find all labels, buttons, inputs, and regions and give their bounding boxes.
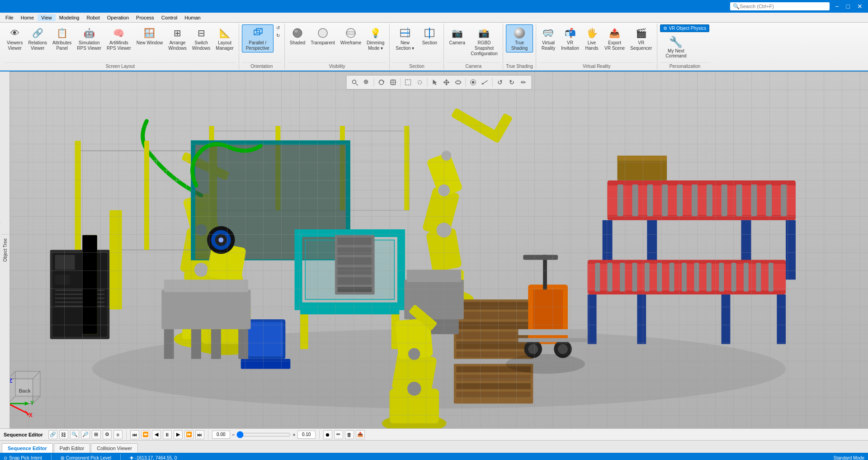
seq-speed-input[interactable] xyxy=(297,431,316,439)
seq-first-button[interactable]: ⏮ xyxy=(130,430,139,439)
seq-play-button[interactable]: ▶ xyxy=(174,430,183,439)
tab-path-editor[interactable]: Path Editor xyxy=(54,443,90,453)
seq-record-button[interactable]: ⏺ xyxy=(323,430,332,439)
vp-select2-button[interactable] xyxy=(415,77,425,88)
seq-delete-button[interactable]: 🗑 xyxy=(345,430,354,439)
screen-layout-items: 👁 ViewersViewer 🔗 RelationsViewer 📋 Attr… xyxy=(5,24,236,62)
rotate-right-icon: ↻ xyxy=(276,33,280,38)
wireframe-button[interactable]: Wireframe xyxy=(338,24,363,47)
vr-sequencer-button[interactable]: 🎬 VRSequencer xyxy=(628,24,654,52)
menu-modeling[interactable]: Modeling xyxy=(56,14,83,21)
simulation-rps-button[interactable]: 🤖 SimulationRPS Viewer xyxy=(75,24,104,52)
seq-forward-button[interactable]: ⏩ xyxy=(184,430,193,439)
vp-undo-button[interactable]: ↺ xyxy=(495,77,505,88)
my-next-command-button[interactable]: 🔧 My NextCommand xyxy=(660,35,692,59)
search-container: 🔍 xyxy=(730,2,830,10)
seq-edit-button[interactable]: ✏ xyxy=(334,430,343,439)
vr-invitation-button[interactable]: 📬 VRInvitation xyxy=(559,24,581,52)
rotate-left-button[interactable]: ↺ xyxy=(274,24,282,31)
menu-human[interactable]: Human xyxy=(181,14,204,21)
vp-measure-button[interactable] xyxy=(480,77,491,88)
logical-collections-tab[interactable]: Logical Collections Tree xyxy=(0,222,1,278)
vp-move-button[interactable] xyxy=(441,77,452,88)
menu-robot[interactable]: Robot xyxy=(83,14,103,21)
viewers-viewer-button[interactable]: 👁 ViewersViewer xyxy=(5,24,25,52)
true-shading-button[interactable]: TrueShading xyxy=(506,24,533,52)
camera-button[interactable]: 📷 Camera xyxy=(447,24,467,47)
switch-windows-button[interactable]: ⊟ SwitchWindows xyxy=(190,24,213,52)
new-window-button[interactable]: 🪟 New Window xyxy=(134,24,165,47)
new-section-button[interactable]: NewSection ▾ xyxy=(392,24,417,52)
parallel-perspective-button[interactable]: Parallel /Perspective xyxy=(242,24,274,52)
transparent-button[interactable]: Transparent xyxy=(308,24,337,47)
seq-unlink-button[interactable]: ⛓ xyxy=(59,430,68,439)
invitation-label: VRInvitation xyxy=(561,40,579,51)
artiminds-rps-button[interactable]: 🧠 ArtiMindsRPS Viewer xyxy=(104,24,133,52)
rotate-right-button[interactable]: ↻ xyxy=(274,32,282,39)
vr-object-physics-badge[interactable]: ⚙ VR Object Physics xyxy=(660,24,709,32)
menu-operation[interactable]: Operation xyxy=(104,14,132,21)
arrange-windows-button[interactable]: ⊞ ArrangeWindows xyxy=(166,24,189,52)
vp-select-button[interactable] xyxy=(403,77,414,88)
layout-manager-button[interactable]: 📐 LayoutManager xyxy=(213,24,236,52)
relations-viewer-button[interactable]: 🔗 RelationsViewer xyxy=(26,24,49,52)
seq-slider-minus[interactable]: − xyxy=(232,432,235,437)
parallel-perspective-label: Parallel /Perspective xyxy=(246,40,269,51)
dimming-mode-button[interactable]: 💡 DimmingMode ▾ xyxy=(364,24,387,52)
menu-process[interactable]: Process xyxy=(132,14,158,21)
vr-label: VirtualReality xyxy=(542,40,556,51)
menu-home[interactable]: Home xyxy=(17,14,38,21)
vp-redo-button[interactable]: ↻ xyxy=(506,77,517,88)
viewport-floor xyxy=(10,71,868,428)
seq-timeline-slider[interactable] xyxy=(236,431,291,438)
minimize-button[interactable]: − xyxy=(833,2,840,11)
maximize-button[interactable]: □ xyxy=(844,2,852,11)
seq-prev-button[interactable]: ⏪ xyxy=(141,430,150,439)
object-tree-tab[interactable]: Object Tree xyxy=(1,234,9,266)
vp-snap-button[interactable] xyxy=(468,77,479,88)
close-button[interactable]: ✕ xyxy=(855,2,864,11)
switch-icon: ⊟ xyxy=(194,26,208,40)
vp-zoom-fit-button[interactable] xyxy=(349,77,360,88)
seq-zoom-in-button[interactable]: 🔎 xyxy=(81,430,90,439)
menu-control[interactable]: Control xyxy=(158,14,181,21)
virtual-reality-button[interactable]: 🥽 VirtualReality xyxy=(539,24,558,52)
section-button[interactable]: Section xyxy=(418,24,441,47)
vp-pan-button[interactable] xyxy=(388,77,399,88)
menu-view[interactable]: View xyxy=(38,14,56,21)
export-vr-scene-button[interactable]: 📤 ExportVR Scene xyxy=(602,24,627,52)
tab-collision-viewer[interactable]: Collision Viewer xyxy=(91,443,138,453)
viewport[interactable]: Back Z X Y xyxy=(10,71,868,428)
attributes-panel-button[interactable]: 📋 AttributesPanel xyxy=(50,24,74,52)
seq-time-input[interactable] xyxy=(212,431,230,439)
svg-point-7 xyxy=(294,30,298,33)
shaded-button[interactable]: Shaded xyxy=(288,24,307,47)
seq-settings-button[interactable]: ≡ xyxy=(113,430,123,439)
rgbd-snapshot-button[interactable]: 📸 RGBD SnapshotConfiguration xyxy=(468,24,500,58)
simulation-icon: 🤖 xyxy=(82,26,96,40)
vp-rotate3d-button[interactable] xyxy=(453,77,464,88)
seq-slider-plus[interactable]: + xyxy=(292,432,295,437)
menu-file[interactable]: File xyxy=(2,14,17,21)
seq-separator2 xyxy=(208,430,208,439)
vp-cursor-button[interactable] xyxy=(429,77,440,88)
search-input[interactable] xyxy=(740,4,821,9)
seq-back-button[interactable]: ◀ xyxy=(152,430,161,439)
tab-sequence-editor[interactable]: Sequence Editor xyxy=(2,443,53,453)
seq-last-button[interactable]: ⏭ xyxy=(195,430,204,439)
parallel-perspective-icon xyxy=(250,26,265,40)
seq-options-button[interactable]: ⚙ xyxy=(103,430,112,439)
next-command-label: My NextCommand xyxy=(665,48,686,58)
seq-fit-button[interactable]: ⊞ xyxy=(92,430,101,439)
vp-rotate-button[interactable] xyxy=(376,77,387,88)
seq-pause-button[interactable]: ⏸ xyxy=(163,430,172,439)
seq-link-button[interactable]: 🔗 xyxy=(48,430,57,439)
seq-zoom-out-button[interactable]: 🔍 xyxy=(70,430,79,439)
status-sep-2 xyxy=(120,454,121,460)
live-hands-button[interactable]: 🖐 LiveHands xyxy=(582,24,601,52)
status-bar: ⊙ Snap Pick Intent ⊞ Component Pick Leve… xyxy=(0,453,868,460)
vp-zoom-in-button[interactable] xyxy=(361,77,372,88)
seq-export-button[interactable]: 📤 xyxy=(356,430,365,439)
vp-extra-button[interactable]: ✏ xyxy=(518,77,529,88)
arrange-label: ArrangeWindows xyxy=(168,40,187,51)
